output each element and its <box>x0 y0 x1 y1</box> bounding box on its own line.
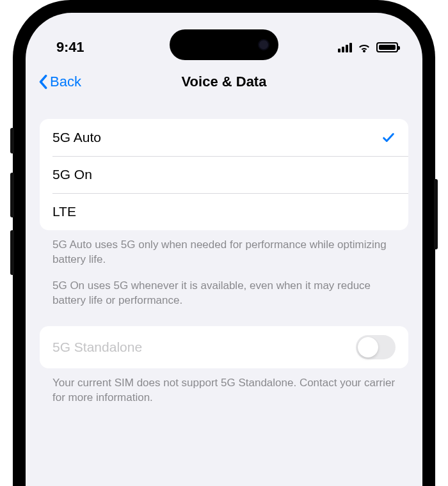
cellular-signal-icon <box>338 42 352 52</box>
standalone-toggle[interactable] <box>356 335 396 359</box>
front-camera <box>258 39 269 51</box>
option-5g-auto[interactable]: 5G Auto <box>40 119 408 156</box>
status-time: 9:41 <box>56 39 84 56</box>
battery-icon <box>376 42 398 52</box>
content-area: 5G Auto 5G On LTE 5G Auto uses 5G only w… <box>26 100 422 405</box>
back-button[interactable]: Back <box>38 74 81 90</box>
wifi-icon <box>357 42 371 52</box>
voice-data-options-group: 5G Auto 5G On LTE <box>40 119 408 230</box>
footer-5g-on: 5G On uses 5G whenever it is available, … <box>40 267 408 308</box>
mute-switch <box>10 128 14 153</box>
power-button <box>434 179 438 249</box>
option-lte[interactable]: LTE <box>40 193 408 230</box>
standalone-group: 5G Standalone <box>40 326 408 368</box>
nav-bar: Back Voice & Data <box>26 64 422 100</box>
back-label: Back <box>50 74 81 90</box>
chevron-left-icon <box>38 74 47 90</box>
screen: 9:41 Back Voice & Data <box>26 13 422 486</box>
footer-5g-auto: 5G Auto uses 5G only when needed for per… <box>40 230 408 267</box>
option-label: 5G On <box>52 167 92 182</box>
volume-up-button <box>10 173 14 217</box>
option-label: 5G Auto <box>52 130 101 145</box>
checkmark-icon <box>381 130 396 145</box>
status-indicators <box>338 42 398 52</box>
standalone-row: 5G Standalone <box>40 326 408 368</box>
dynamic-island <box>170 29 278 60</box>
option-5g-on[interactable]: 5G On <box>40 156 408 193</box>
phone-frame: 9:41 Back Voice & Data <box>13 0 435 486</box>
option-label: LTE <box>52 204 76 219</box>
standalone-label: 5G Standalone <box>52 340 142 355</box>
switch-knob <box>358 337 378 357</box>
page-title: Voice & Data <box>182 74 267 90</box>
footer-standalone: Your current SIM does not support 5G Sta… <box>40 368 408 405</box>
volume-down-button <box>10 230 14 275</box>
